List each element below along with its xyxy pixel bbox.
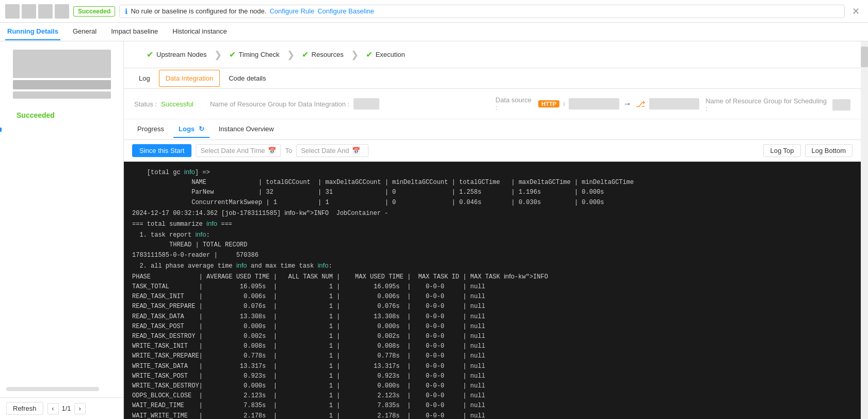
tab-impact-baseline[interactable]: Impact baseline <box>109 23 160 40</box>
date-input-1-text: Select Date And Time <box>200 147 265 154</box>
square4 <box>55 4 69 19</box>
step-timing-label: Timing Check <box>239 51 280 58</box>
check-icon-execution: ✔ <box>366 50 373 59</box>
date-input-2-text: Select Date And <box>301 147 349 154</box>
to-label: To <box>285 147 292 154</box>
sub-tabs-row: Log Data Integration Code details <box>124 68 861 89</box>
right-panel-wrapper: ✔ Upstream Nodes ❯ ✔ Timing Check ❯ ✔ Re… <box>124 41 868 419</box>
sub-tab-code-details[interactable]: Code details <box>222 70 272 87</box>
rg-box-di <box>353 98 379 110</box>
step-timing: ✔ Timing Check <box>217 50 292 59</box>
main-tabs-row: Running Details General Impact baseline … <box>0 23 868 41</box>
status-row-left: Status : Successful Name of Resource Gro… <box>134 98 489 110</box>
tab-historical-instance[interactable]: Historical instance <box>170 23 229 40</box>
main-layout: Succeeded Refresh ‹ 1/1 › ✔ Upstream Nod… <box>0 41 868 419</box>
log-bottom-button[interactable]: Log Bottom <box>805 144 853 157</box>
calendar-icon-2: 📅 <box>352 147 360 154</box>
next-page-button[interactable]: › <box>74 403 86 414</box>
step-resources-label: Resources <box>312 51 344 58</box>
branch-icon: ⎇ <box>636 99 645 109</box>
step-upstream: ✔ Upstream Nodes <box>134 50 219 59</box>
info-banner: ℹ No rule or baseline is configured for … <box>119 5 845 18</box>
left-thumb-image1 <box>13 50 111 78</box>
log-controls: Since this Start Select Date And Time 📅 … <box>124 140 861 162</box>
step-execution-label: Execution <box>376 51 405 58</box>
banner-text: No rule or baseline is configured for th… <box>131 7 266 15</box>
left-thumb-image2 <box>13 80 111 89</box>
tab-running-details[interactable]: Running Details <box>5 23 60 40</box>
date-input-1[interactable]: Select Date And Time 📅 <box>196 144 281 157</box>
step-execution: ✔ Execution <box>353 50 417 59</box>
refresh-button[interactable]: Refresh <box>6 402 43 415</box>
step-resources: ✔ Resources <box>290 50 356 59</box>
left-panel: Succeeded Refresh ‹ 1/1 › <box>0 41 124 419</box>
ds-box1 <box>569 98 619 110</box>
info-icon: ℹ <box>125 7 127 15</box>
status-row: Status : Successful Name of Resource Gro… <box>124 89 861 119</box>
sub-tab-log[interactable]: Log <box>132 70 157 87</box>
square1 <box>5 4 20 19</box>
step-upstream-label: Upstream Nodes <box>156 51 207 58</box>
square2 <box>22 4 36 19</box>
check-icon-resources: ✔ <box>302 50 309 59</box>
check-icon-timing: ✔ <box>229 50 236 59</box>
calendar-icon-1: 📅 <box>268 147 276 154</box>
logs-refresh-icon[interactable]: ↻ <box>199 125 204 133</box>
name-sched-label: Name of Resource Group for Scheduling : <box>705 97 828 113</box>
status-row-right: Data source : HTTP i → ⎇ Name of Resourc… <box>495 95 850 113</box>
log-top-button[interactable]: Log Top <box>763 144 800 157</box>
sub-tab-data-integration[interactable]: Data Integration <box>159 70 220 87</box>
configure-baseline-link[interactable]: Configure Baseline <box>317 7 374 15</box>
http-badge: HTTP <box>538 100 559 107</box>
square3 <box>38 4 53 19</box>
date-input-2[interactable]: Select Date And 📅 <box>296 144 368 157</box>
top-status-badge: Succeeded <box>73 6 115 17</box>
left-thumb-image3 <box>13 91 111 99</box>
right-panel-content: ✔ Upstream Nodes ❯ ✔ Timing Check ❯ ✔ Re… <box>124 41 861 419</box>
page-info: 1/1 <box>62 405 71 412</box>
ds-box2 <box>649 98 699 110</box>
top-bar-squares <box>5 4 69 19</box>
vertical-scrollbar[interactable] <box>861 41 868 419</box>
scrollbar-thumb[interactable] <box>861 46 868 67</box>
prev-page-button[interactable]: ‹ <box>47 403 59 414</box>
name-rg-label: Name of Resource Group for Data Integrat… <box>210 100 349 108</box>
configure-rule-link[interactable]: Configure Rule <box>269 7 314 15</box>
ds-separator: i <box>564 101 565 107</box>
check-icon-upstream: ✔ <box>147 50 153 59</box>
step-bar: ✔ Upstream Nodes ❯ ✔ Timing Check ❯ ✔ Re… <box>124 41 861 68</box>
since-start-button[interactable]: Since this Start <box>132 144 191 157</box>
horizontal-scrollbar[interactable] <box>6 387 99 391</box>
log-tab-instance-overview[interactable]: Instance Overview <box>214 121 279 138</box>
status-label: Status : <box>134 100 157 108</box>
log-tab-progress[interactable]: Progress <box>132 121 169 138</box>
rg-box-sched <box>832 99 850 111</box>
log-tab-logs[interactable]: Logs ↻ <box>173 121 210 138</box>
arrow-right-icon: → <box>623 99 632 108</box>
left-bottom-bar: Refresh ‹ 1/1 › <box>0 397 123 419</box>
page-nav: ‹ 1/1 › <box>47 403 86 414</box>
top-bar: Succeeded ℹ No rule or baseline is confi… <box>0 0 868 23</box>
close-button[interactable]: ✕ <box>849 6 863 17</box>
log-tabs-row: Progress Logs ↻ Instance Overview <box>124 119 861 140</box>
tab-general[interactable]: General <box>71 23 99 40</box>
datasource-label: Data source : <box>495 96 534 112</box>
status-value: Successful <box>161 100 194 108</box>
succeeded-label: Succeeded <box>8 107 123 123</box>
log-output[interactable]: [total gc info] => NAME | totalGCCount |… <box>124 162 861 419</box>
